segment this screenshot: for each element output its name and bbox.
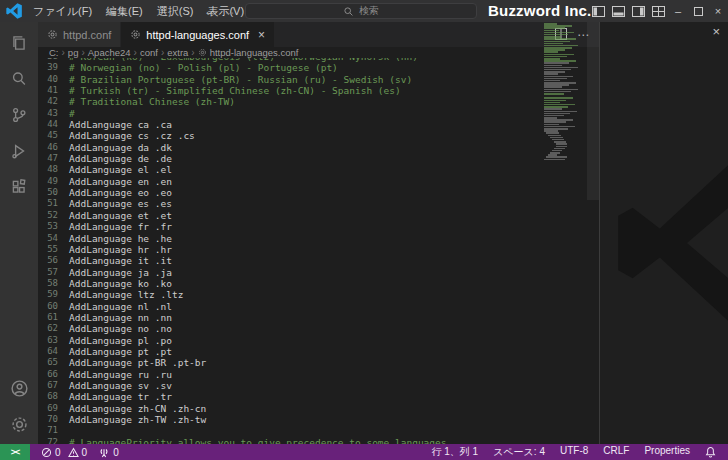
code-line[interactable]: 50AddLanguage eo .eo (38, 187, 599, 198)
code-line[interactable]: 59AddLanguage ltz .ltz (38, 289, 599, 300)
line-text: # Turkish (tr) - Simplified Chinese (zh-… (69, 85, 401, 96)
code-line[interactable]: 66AddLanguage ru .ru (38, 369, 599, 380)
code-line[interactable]: 40# Brazilian Portuguese (pt-BR) - Russi… (38, 74, 599, 85)
breadcrumb-item-conf[interactable]: conf (139, 47, 159, 58)
source-control-icon[interactable] (7, 103, 31, 127)
problems-status[interactable]: 0 0 (41, 447, 87, 458)
line-number: 66 (38, 369, 58, 380)
breadcrumb-item-C:[interactable]: C: (48, 47, 60, 58)
line-text: AddLanguage zh-CN .zh-cn (69, 403, 206, 414)
code-line[interactable]: 65AddLanguage pt-BR .pt-br (38, 357, 599, 368)
minimap[interactable] (544, 23, 586, 161)
menu-item-1[interactable]: 編集(E) (99, 0, 150, 22)
minimize-button[interactable]: – (668, 0, 688, 22)
indentation[interactable]: スペース: 4 (493, 445, 545, 459)
code-line[interactable]: 44AddLanguage ca .ca (38, 119, 599, 130)
tab-httpd.conf[interactable]: httpd.conf (38, 22, 121, 47)
code-line[interactable]: 42# Traditional Chinese (zh-TW) (38, 96, 599, 107)
language-mode[interactable]: Properties (644, 445, 690, 459)
account-icon[interactable] (7, 376, 31, 400)
code-line[interactable]: 71 (38, 425, 599, 436)
code-line[interactable]: 55AddLanguage hr .hr (38, 244, 599, 255)
code-line[interactable]: 49AddLanguage en .en (38, 176, 599, 187)
code-line[interactable]: 67AddLanguage sv .sv (38, 380, 599, 391)
breadcrumb-item-Apache24[interactable]: Apache24 (87, 47, 132, 58)
ports-status[interactable]: 0 (98, 446, 119, 458)
extensions-icon[interactable] (7, 175, 31, 199)
line-text: AddLanguage ca .ca (69, 119, 172, 130)
notifications-bell-icon[interactable] (705, 446, 716, 458)
error-count: 0 (55, 447, 61, 458)
code-line[interactable]: 56AddLanguage it .it (38, 255, 599, 266)
code-line[interactable]: 39# Norwegian (no) - Polish (pl) - Portu… (38, 62, 599, 73)
close-editor-group-icon[interactable]: × (712, 25, 720, 39)
code-line[interactable]: 48AddLanguage el .el (38, 164, 599, 175)
breadcrumb: C:›pg›Apache24›conf›extra›httpd-language… (38, 47, 599, 58)
code-line[interactable]: 60AddLanguage nl .nl (38, 301, 599, 312)
tab-bar: httpd.confhttpd-languages.conf× ⋯ (38, 22, 599, 47)
line-number: 52 (38, 210, 58, 221)
line-number: 41 (38, 85, 58, 96)
code-line[interactable]: 52AddLanguage et .et (38, 210, 599, 221)
breadcrumb-item-extra[interactable]: extra (166, 47, 189, 58)
line-text: AddLanguage nl .nl (69, 301, 172, 312)
settings-gear-icon[interactable] (7, 412, 31, 436)
menu-item-2[interactable]: 選択(S) (150, 0, 201, 22)
close-window-button[interactable]: × (708, 0, 728, 22)
explorer-icon[interactable] (7, 31, 31, 55)
breadcrumb-item-pg[interactable]: pg (67, 47, 80, 58)
line-text: AddLanguage de .de (69, 153, 172, 164)
line-number: 68 (38, 391, 58, 402)
code-line[interactable]: 61AddLanguage nn .nn (38, 312, 599, 323)
code-line[interactable]: 41# Turkish (tr) - Simplified Chinese (z… (38, 85, 599, 96)
remote-indicator[interactable]: >< (0, 444, 30, 460)
command-center-search[interactable]: 検索 (245, 3, 477, 19)
toggle-secondary-sidebar-icon[interactable] (628, 0, 648, 22)
code-editor[interactable]: 38# Korean (ko) - Luxembourgeois (ltz) -… (38, 58, 599, 444)
toggle-sidebar-icon[interactable] (588, 0, 608, 22)
code-line[interactable]: 63AddLanguage pl .po (38, 335, 599, 346)
search-placeholder: 検索 (359, 4, 379, 18)
search-sidebar-icon[interactable] (7, 67, 31, 91)
code-line[interactable]: 58AddLanguage ko .ko (38, 278, 599, 289)
code-line[interactable]: 69AddLanguage zh-CN .zh-cn (38, 403, 599, 414)
line-number: 46 (38, 142, 58, 153)
toggle-panel-icon[interactable] (608, 0, 628, 22)
maximize-button[interactable] (688, 0, 708, 22)
code-line[interactable]: 43# (38, 108, 599, 119)
code-line[interactable]: 46AddLanguage da .dk (38, 142, 599, 153)
code-line[interactable]: 54AddLanguage he .he (38, 233, 599, 244)
workbench: httpd.confhttpd-languages.conf× ⋯ C:›pg›… (0, 22, 728, 444)
code-line[interactable]: 53AddLanguage fr .fr (38, 221, 599, 232)
code-line[interactable]: 64AddLanguage pt .pt (38, 346, 599, 357)
line-number: 51 (38, 198, 58, 209)
line-text: AddLanguage nn .nn (69, 312, 172, 323)
close-tab-icon[interactable]: × (258, 28, 265, 42)
line-number: 42 (38, 96, 58, 107)
line-number: 64 (38, 346, 58, 357)
line-number: 39 (38, 62, 58, 73)
run-debug-icon[interactable] (7, 139, 31, 163)
menu-item-0[interactable]: ファイル(F) (26, 0, 99, 22)
code-line[interactable]: 57AddLanguage ja .ja (38, 267, 599, 278)
code-line[interactable]: 72# LanguagePriority allows you to give … (38, 437, 599, 444)
eol[interactable]: CRLF (603, 445, 629, 459)
code-line[interactable]: 62AddLanguage no .no (38, 323, 599, 334)
encoding[interactable]: UTF-8 (560, 445, 588, 459)
breadcrumb-item-httpd-languages.conf[interactable]: httpd-languages.conf (209, 47, 300, 58)
code-line[interactable]: 68AddLanguage tr .tr (38, 391, 599, 402)
code-line[interactable]: 47AddLanguage de .de (38, 153, 599, 164)
tab-httpd-languages.conf[interactable]: httpd-languages.conf× (121, 22, 275, 47)
navigate-back-icon[interactable]: ← (201, 0, 219, 22)
code-line[interactable]: 70AddLanguage zh-TW .zh-tw (38, 414, 599, 425)
navigate-forward-icon[interactable]: → (221, 0, 239, 22)
cursor-position[interactable]: 行 1、列 1 (431, 445, 478, 459)
customize-layout-icon[interactable] (648, 0, 668, 22)
editor-group-2: × (600, 22, 728, 444)
code-line[interactable]: 51AddLanguage es .es (38, 198, 599, 209)
editor-scrollbar[interactable] (587, 22, 599, 200)
code-line[interactable]: 45AddLanguage cs .cz .cs (38, 130, 599, 141)
line-text: AddLanguage fr .fr (69, 221, 172, 232)
chevron-right-icon: › (189, 47, 196, 58)
vscode-logo-icon (6, 3, 22, 19)
